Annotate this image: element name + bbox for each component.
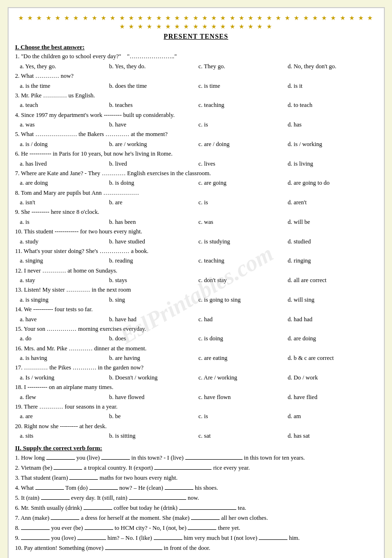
question-13: 13. Listen! My sister ………… in the next r… — [15, 285, 377, 295]
q9-text: 9. She --------- here since 8 o'clock. — [15, 209, 99, 215]
q15-c: c. is doing — [199, 334, 288, 343]
q15-options: a. do b. does c. is doing d. are doing — [20, 334, 377, 343]
q12-options: a. stay b. stays c. don't stay d. all ar… — [20, 276, 377, 285]
question-1: 1. "Do the children go to school every d… — [15, 52, 377, 61]
q10-c: c. is studying — [199, 237, 288, 246]
q13-options: a. is singing b. sing c. is going to sin… — [20, 295, 377, 305]
q2-d: d. is it — [288, 82, 377, 91]
q17-c: c. Are / working — [199, 373, 288, 382]
question-19: 19. There ………… four seasons in a year. — [15, 402, 377, 411]
q17-options: a. Is / working b. Doesn't / working c. … — [20, 373, 377, 382]
q3-a: a. teach — [20, 101, 109, 110]
q5-options: a. is / doing b. are / working c. are / … — [20, 140, 377, 149]
question-15: 15. Your son …………… morning exercises eve… — [15, 325, 377, 334]
s2-text: 2. Vietnam (be) a tropical country. It (… — [15, 464, 250, 471]
question-6: 6. He ----------- in Paris for 10 years,… — [15, 149, 377, 158]
q3-options: a. teach b. teaches c. teaching d. to te… — [20, 101, 377, 110]
q6-b: b. lived — [109, 159, 199, 168]
q1-d: d. No, they don't go. — [288, 62, 377, 71]
q3-c: c. teaching — [199, 101, 288, 110]
question-17: 17. ………… the Pikes ………… in the garden no… — [15, 363, 377, 372]
q17-a: a. Is / working — [20, 373, 109, 382]
q9-b: b. has been — [109, 218, 199, 227]
q12-d: d. all are correct — [288, 276, 377, 285]
q5-a: a. is / doing — [20, 140, 109, 149]
q20-text: 20. Right now she --------- at her desk. — [15, 423, 107, 430]
s5-text: 5. It (rain) every day. It (still, rain)… — [15, 495, 199, 501]
q17-text: 17. ………… the Pikes ………… in the garden no… — [15, 364, 144, 371]
q11-b: b. reading — [109, 256, 199, 265]
supply-1: 1. How long you (live) in this town? - I… — [15, 453, 377, 463]
q17-b: b. Doesn't / working — [109, 373, 199, 382]
q1-b: b. Yes, they do. — [109, 62, 199, 71]
q7-b: b. is doing — [109, 179, 199, 188]
q3-text: 3. Mr. Pike ………… us English. — [15, 92, 95, 99]
q2-options: a. is the time b. does the time c. is ti… — [20, 82, 377, 91]
q19-b: b. be — [109, 412, 199, 421]
q10-b: b. have studied — [109, 237, 199, 246]
section1-title: I. Choose the best answer: — [15, 43, 377, 51]
q3-d: d. to teach — [288, 101, 377, 110]
q13-a: a. is singing — [20, 295, 109, 305]
q5-b: b. are / working — [109, 140, 199, 149]
q4-d: d. has — [288, 120, 377, 129]
q13-b: b. sing — [109, 295, 199, 305]
q16-b: b. are having — [109, 354, 199, 363]
q2-b: b. does the time — [109, 82, 199, 91]
q8-d: d. aren't — [288, 198, 377, 207]
q13-d: d. will sing — [288, 295, 377, 305]
supply-6: 6. Mr. Smith usually (drink) coffee but … — [15, 503, 377, 513]
q8-c: c. is — [199, 198, 288, 207]
q8-text: 8. Tom and Mary are pupils but Ann ……………… — [15, 190, 139, 196]
q10-text: 10. This student ------------ for two ho… — [15, 228, 142, 235]
q14-b: b. have had — [109, 315, 199, 324]
q18-a: a. flew — [20, 393, 109, 402]
top-star-border: ★ ★ ★ ★ ★ ★ ★ ★ ★ ★ ★ ★ ★ ★ ★ ★ ★ ★ ★ ★ … — [15, 14, 377, 31]
q14-c: c. had — [199, 315, 288, 324]
q11-d: d. ringing — [288, 256, 377, 265]
q6-c: c. lives — [199, 159, 288, 168]
q6-a: a. has lived — [20, 159, 109, 168]
s8-text: 8. you ever (be) to HCM city? - No, I (n… — [15, 525, 241, 531]
question-3: 3. Mr. Pike ………… us English. — [15, 91, 377, 100]
q4-b: b. have — [109, 120, 199, 129]
q1-c: c. They go. — [199, 62, 288, 71]
q13-c: c. is going to sing — [199, 295, 288, 305]
q9-d: d. will be — [288, 218, 377, 227]
s4-text: 4. What Tom (do) now? – He (clean) his s… — [15, 484, 218, 491]
q1-a: a. Yes, they go. — [20, 62, 109, 71]
q6-options: a. has lived b. lived c. lives d. is liv… — [20, 159, 377, 168]
supply-8: 8. you ever (be) to HCM city? - No, I (n… — [15, 523, 377, 533]
question-20: 20. Right now she --------- at her desk. — [15, 422, 377, 431]
q10-options: a. study b. have studied c. is studying … — [20, 237, 377, 246]
q6-text: 6. He ----------- in Paris for 10 years,… — [15, 150, 173, 157]
s7-text: 7. Ann (make) a dress for herself at the… — [15, 515, 268, 521]
q11-options: a. singing b. reading c. teaching d. rin… — [20, 256, 377, 265]
question-14: 14. We ---------- four tests so far. — [15, 305, 377, 314]
q17-d: d. Do / work — [288, 373, 377, 382]
s3-text: 3. That student (learn) maths for two ho… — [15, 474, 178, 481]
q5-text: 5. What ………………… the Bakers ………… at the m… — [15, 131, 168, 137]
question-12: 12. I never ………… at home on Sundays. — [15, 266, 377, 275]
q4-a: a. was — [20, 120, 109, 129]
q9-options: a. is b. has been c. was d. will be — [20, 218, 377, 227]
q9-a: a. is — [20, 218, 109, 227]
q2-a: a. is the time — [20, 82, 109, 91]
q18-d: d. have flied — [288, 393, 377, 402]
q15-b: b. does — [109, 334, 199, 343]
q7-a: a. are doing — [20, 179, 109, 188]
q4-c: c. is — [199, 120, 288, 129]
q7-c: c. are going — [199, 179, 288, 188]
q3-b: b. teaches — [109, 101, 199, 110]
q12-text: 12. I never ………… at home on Sundays. — [15, 267, 117, 274]
q20-c: c. sat — [199, 432, 288, 441]
supply-3: 3. That student (learn) maths for two ho… — [15, 473, 377, 483]
s10-text: 10. Pay attention! Something (move) in f… — [15, 545, 211, 551]
q18-b: b. have flowed — [109, 393, 199, 402]
q4-options: a. was b. have c. is d. has — [20, 120, 377, 129]
q19-d: d. am — [288, 412, 377, 421]
question-11: 11. What's your sister doing? She's …………… — [15, 247, 377, 256]
q5-c: c. are / doing — [199, 140, 288, 149]
q9-c: c. was — [199, 218, 288, 227]
q8-options: a. isn't b. are c. is d. aren't — [20, 198, 377, 207]
